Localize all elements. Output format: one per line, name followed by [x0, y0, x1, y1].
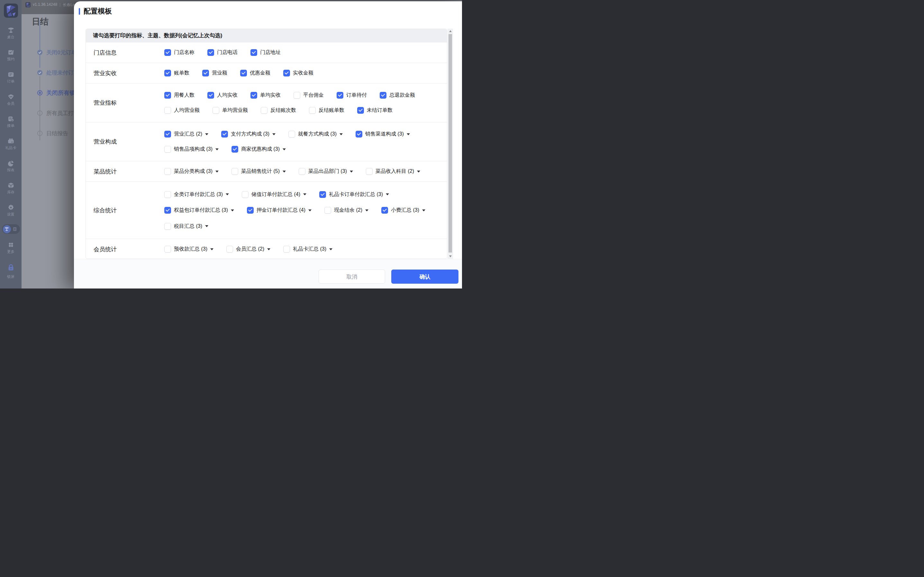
checkbox[interactable] — [164, 246, 171, 253]
expand-caret-icon[interactable] — [339, 133, 343, 135]
checkbox-option[interactable]: 菜品收入科目 (2) — [366, 168, 420, 175]
checkbox-option[interactable]: 反结账次数 — [261, 107, 296, 114]
checkbox-option[interactable]: 平台佣金 — [294, 92, 324, 98]
checkbox-option[interactable]: 未结订单数 — [357, 107, 393, 114]
checkbox-option[interactable]: 账单数 — [164, 70, 189, 76]
expand-caret-icon[interactable] — [283, 171, 286, 172]
checkbox[interactable] — [325, 207, 331, 214]
checkbox-option[interactable]: 菜品分类构成 (3) — [164, 168, 219, 175]
expand-caret-icon[interactable] — [283, 148, 286, 150]
expand-caret-icon[interactable] — [210, 248, 213, 250]
checkbox[interactable] — [164, 107, 171, 114]
expand-caret-icon[interactable] — [272, 133, 276, 135]
sidebar-mode-toggle[interactable] — [2, 224, 20, 234]
checkbox[interactable] — [207, 49, 214, 56]
checkbox-option[interactable]: 全类订单付款汇总 (3) — [164, 191, 229, 198]
checkbox[interactable] — [247, 207, 254, 214]
checkbox-option[interactable]: 门店名称 — [164, 49, 194, 56]
checkbox[interactable] — [231, 168, 238, 175]
checkbox[interactable] — [240, 70, 247, 76]
sidebar-item-inventory[interactable]: 库存 — [2, 182, 20, 195]
checkbox-option[interactable]: 菜品出品部门 (3) — [299, 168, 353, 175]
checkbox[interactable] — [366, 168, 373, 175]
checkbox-option[interactable]: 营业额 — [202, 70, 227, 76]
checkbox[interactable] — [164, 49, 171, 56]
checkbox[interactable] — [164, 191, 171, 198]
expand-caret-icon[interactable] — [303, 193, 306, 195]
expand-caret-icon[interactable] — [231, 210, 234, 211]
sidebar-item-lock[interactable]: 锁屏 — [2, 263, 20, 279]
sidebar-item-reserve[interactable]: 预约 — [2, 49, 20, 62]
checkbox-option[interactable]: 就餐方式构成 (3) — [288, 131, 343, 137]
checkbox[interactable] — [164, 207, 171, 214]
checkbox[interactable] — [213, 107, 219, 114]
checkbox[interactable] — [355, 131, 362, 137]
checkbox-option[interactable]: 单均营业额 — [213, 107, 248, 114]
add-order-mode-icon[interactable] — [11, 225, 19, 233]
checkbox-option[interactable]: 门店电话 — [207, 49, 237, 56]
checkbox[interactable] — [337, 92, 343, 98]
checkbox-option[interactable]: 销售渠道构成 (3) — [355, 131, 410, 137]
expand-caret-icon[interactable] — [205, 225, 208, 227]
checkbox-option[interactable]: 实收金额 — [283, 70, 313, 76]
checkbox-option[interactable]: 人均实收 — [207, 92, 237, 98]
modal-scrollbar-thumb[interactable] — [449, 34, 452, 253]
checkbox[interactable] — [164, 92, 171, 98]
checkbox[interactable] — [283, 246, 290, 253]
checkbox-option[interactable]: 总退款金额 — [380, 92, 415, 98]
checkbox[interactable] — [299, 168, 305, 175]
checkbox[interactable] — [164, 70, 171, 76]
checkbox[interactable] — [202, 70, 209, 76]
scroll-down-arrow-icon[interactable] — [447, 254, 453, 259]
checkbox-option[interactable]: 优惠金额 — [240, 70, 270, 76]
checkbox[interactable] — [261, 107, 268, 114]
sidebar-item-giftcard[interactable]: 礼品卡 — [2, 137, 20, 150]
checkbox-option[interactable]: 反结账单数 — [309, 107, 344, 114]
checkbox[interactable] — [164, 168, 171, 175]
checkbox[interactable] — [231, 146, 238, 153]
checkbox[interactable] — [221, 131, 228, 137]
checkbox[interactable] — [250, 49, 257, 56]
expand-caret-icon[interactable] — [215, 171, 219, 172]
checkbox-option[interactable]: 商家优惠构成 (3) — [231, 146, 286, 153]
confirm-button[interactable]: 确认 — [391, 269, 459, 284]
expand-caret-icon[interactable] — [215, 148, 219, 150]
checkbox-option[interactable]: 权益包订单付款汇总 (3) — [164, 207, 234, 214]
expand-caret-icon[interactable] — [407, 133, 410, 135]
checkbox-option[interactable]: 会员汇总 (2) — [226, 246, 270, 253]
checkbox-option[interactable]: 营业汇总 (2) — [164, 131, 208, 137]
expand-caret-icon[interactable] — [350, 171, 353, 172]
checkbox[interactable] — [309, 107, 316, 114]
checkbox[interactable] — [207, 92, 214, 98]
checkbox[interactable] — [250, 92, 257, 98]
expand-caret-icon[interactable] — [329, 248, 333, 250]
expand-caret-icon[interactable] — [386, 193, 389, 195]
sidebar-item-order[interactable]: 订单 — [2, 71, 20, 84]
checkbox-option[interactable]: 礼品卡订单付款汇总 (3) — [319, 191, 389, 198]
checkbox[interactable] — [283, 70, 290, 76]
scroll-up-arrow-icon[interactable] — [447, 29, 453, 34]
checkbox-option[interactable]: 支付方式构成 (3) — [221, 131, 276, 137]
checkbox[interactable] — [357, 107, 364, 114]
checkbox-option[interactable]: 礼品卡汇总 (3) — [283, 246, 333, 253]
expand-caret-icon[interactable] — [417, 171, 420, 172]
checkbox[interactable] — [319, 191, 326, 198]
checkbox[interactable] — [288, 131, 295, 137]
checkbox-option[interactable]: 订单待付 — [337, 92, 367, 98]
checkbox-option[interactable]: 储值订单付款汇总 (4) — [242, 191, 306, 198]
expand-caret-icon[interactable] — [205, 133, 208, 135]
expand-caret-icon[interactable] — [267, 248, 270, 250]
sidebar-item-accept[interactable]: 接单 — [2, 115, 20, 128]
expand-caret-icon[interactable] — [309, 210, 312, 211]
checkbox[interactable] — [294, 92, 300, 98]
modal-scrollbar[interactable] — [447, 29, 453, 259]
checkbox[interactable] — [164, 131, 171, 137]
checkbox-option[interactable]: 小费汇总 (3) — [381, 207, 425, 214]
checkbox-option[interactable]: 单均实收 — [250, 92, 281, 98]
checkbox-option[interactable]: 门店地址 — [250, 49, 281, 56]
sidebar-item-settings[interactable]: 设置 — [2, 204, 20, 217]
checkbox-option[interactable]: 预收款汇总 (3) — [164, 246, 213, 253]
checkbox-option[interactable]: 菜品销售统计 (5) — [231, 168, 286, 175]
checkbox[interactable] — [226, 246, 233, 253]
sidebar-item-report[interactable]: 报表 — [2, 160, 20, 172]
